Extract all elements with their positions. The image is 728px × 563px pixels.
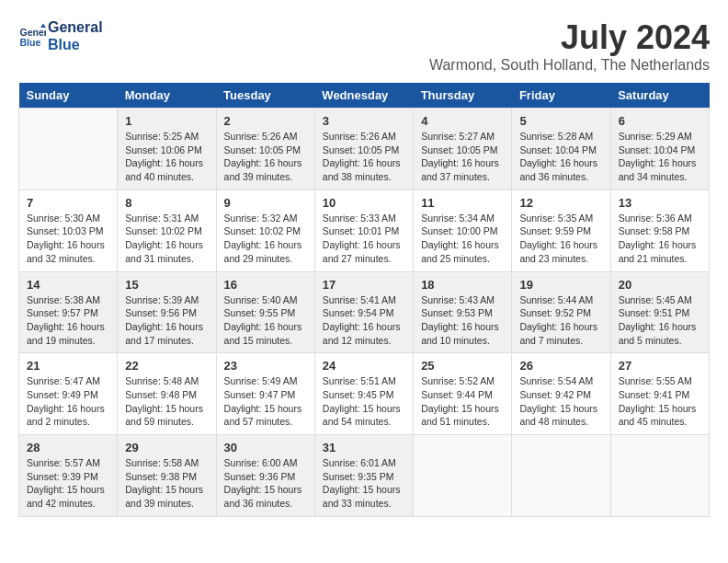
day-info: Sunrise: 5:31 AM Sunset: 10:02 PM Daylig… xyxy=(125,212,208,266)
day-info: Sunrise: 6:00 AM Sunset: 9:36 PM Dayligh… xyxy=(224,456,307,511)
day-number: 24 xyxy=(323,359,405,373)
day-number: 16 xyxy=(224,278,307,292)
day-number: 4 xyxy=(421,114,504,128)
weekday-header-wednesday: Wednesday xyxy=(314,83,413,109)
calendar-cell xyxy=(414,435,512,517)
day-number: 25 xyxy=(421,359,504,373)
weekday-header-sunday: Sunday xyxy=(19,83,118,109)
calendar-cell: 22Sunrise: 5:48 AM Sunset: 9:48 PM Dayli… xyxy=(118,353,216,435)
calendar-cell: 26Sunrise: 5:54 AM Sunset: 9:42 PM Dayli… xyxy=(512,353,610,435)
day-info: Sunrise: 5:51 AM Sunset: 9:45 PM Dayligh… xyxy=(323,374,405,429)
svg-text:Blue: Blue xyxy=(20,37,41,48)
day-number: 7 xyxy=(27,196,109,210)
calendar-week-row: 21Sunrise: 5:47 AM Sunset: 9:49 PM Dayli… xyxy=(19,353,710,435)
calendar-cell: 3Sunrise: 5:26 AM Sunset: 10:05 PM Dayli… xyxy=(314,109,413,190)
title-section: July 2024 Warmond, South Holland, The Ne… xyxy=(429,18,710,74)
svg-marker-2 xyxy=(40,24,46,29)
day-info: Sunrise: 5:57 AM Sunset: 9:39 PM Dayligh… xyxy=(27,456,109,511)
day-number: 28 xyxy=(27,441,109,454)
day-number: 1 xyxy=(125,114,208,128)
calendar-cell: 13Sunrise: 5:36 AM Sunset: 9:58 PM Dayli… xyxy=(610,190,709,271)
day-info: Sunrise: 5:34 AM Sunset: 10:00 PM Daylig… xyxy=(421,212,504,266)
logo-line1: General xyxy=(48,18,103,36)
day-info: Sunrise: 5:32 AM Sunset: 10:02 PM Daylig… xyxy=(224,212,307,266)
day-info: Sunrise: 5:49 AM Sunset: 9:47 PM Dayligh… xyxy=(224,374,307,429)
day-number: 31 xyxy=(323,441,405,454)
calendar-cell xyxy=(512,435,610,517)
day-info: Sunrise: 5:45 AM Sunset: 9:51 PM Dayligh… xyxy=(619,293,701,348)
day-number: 5 xyxy=(519,114,602,128)
calendar-cell xyxy=(610,435,709,517)
calendar-cell: 8Sunrise: 5:31 AM Sunset: 10:02 PM Dayli… xyxy=(118,190,216,271)
day-number: 23 xyxy=(224,359,307,373)
day-info: Sunrise: 5:40 AM Sunset: 9:55 PM Dayligh… xyxy=(224,293,307,348)
weekday-header-thursday: Thursday xyxy=(414,83,512,109)
calendar-week-row: 14Sunrise: 5:38 AM Sunset: 9:57 PM Dayli… xyxy=(19,271,710,353)
logo: General Blue General Blue xyxy=(18,18,103,53)
day-number: 15 xyxy=(125,278,208,292)
weekday-header-tuesday: Tuesday xyxy=(216,83,314,109)
day-number: 8 xyxy=(125,196,208,210)
day-number: 3 xyxy=(323,114,405,128)
logo-icon: General Blue xyxy=(18,22,46,50)
calendar-week-row: 1Sunrise: 5:25 AM Sunset: 10:06 PM Dayli… xyxy=(19,109,710,190)
day-number: 22 xyxy=(125,359,208,373)
weekday-header-friday: Friday xyxy=(512,83,610,109)
day-info: Sunrise: 5:58 AM Sunset: 9:38 PM Dayligh… xyxy=(125,456,208,511)
day-info: Sunrise: 5:55 AM Sunset: 9:41 PM Dayligh… xyxy=(619,374,701,429)
calendar-cell: 28Sunrise: 5:57 AM Sunset: 9:39 PM Dayli… xyxy=(19,435,118,517)
calendar-cell: 20Sunrise: 5:45 AM Sunset: 9:51 PM Dayli… xyxy=(610,271,709,353)
calendar-cell: 18Sunrise: 5:43 AM Sunset: 9:53 PM Dayli… xyxy=(414,271,512,353)
day-number: 14 xyxy=(27,278,109,292)
header: General Blue General Blue July 2024 Warm… xyxy=(18,18,710,74)
calendar-cell: 4Sunrise: 5:27 AM Sunset: 10:05 PM Dayli… xyxy=(414,109,512,190)
calendar-cell: 21Sunrise: 5:47 AM Sunset: 9:49 PM Dayli… xyxy=(19,353,118,435)
day-info: Sunrise: 5:26 AM Sunset: 10:05 PM Daylig… xyxy=(323,130,405,184)
calendar-cell: 23Sunrise: 5:49 AM Sunset: 9:47 PM Dayli… xyxy=(216,353,314,435)
day-info: Sunrise: 5:30 AM Sunset: 10:03 PM Daylig… xyxy=(27,212,109,266)
calendar-cell: 24Sunrise: 5:51 AM Sunset: 9:45 PM Dayli… xyxy=(314,353,413,435)
calendar-cell: 1Sunrise: 5:25 AM Sunset: 10:06 PM Dayli… xyxy=(118,109,216,190)
day-info: Sunrise: 5:39 AM Sunset: 9:56 PM Dayligh… xyxy=(125,293,208,348)
calendar-cell: 11Sunrise: 5:34 AM Sunset: 10:00 PM Dayl… xyxy=(414,190,512,271)
calendar-cell: 2Sunrise: 5:26 AM Sunset: 10:05 PM Dayli… xyxy=(216,109,314,190)
calendar-cell: 16Sunrise: 5:40 AM Sunset: 9:55 PM Dayli… xyxy=(216,271,314,353)
calendar-week-row: 28Sunrise: 5:57 AM Sunset: 9:39 PM Dayli… xyxy=(19,435,710,517)
day-info: Sunrise: 5:52 AM Sunset: 9:44 PM Dayligh… xyxy=(421,374,504,429)
day-info: Sunrise: 5:29 AM Sunset: 10:04 PM Daylig… xyxy=(619,130,701,184)
day-info: Sunrise: 5:54 AM Sunset: 9:42 PM Dayligh… xyxy=(519,374,602,429)
calendar-cell: 29Sunrise: 5:58 AM Sunset: 9:38 PM Dayli… xyxy=(118,435,216,517)
day-number: 12 xyxy=(519,196,602,210)
day-info: Sunrise: 5:27 AM Sunset: 10:05 PM Daylig… xyxy=(421,130,504,184)
day-number: 6 xyxy=(619,114,701,128)
weekday-header-row: SundayMondayTuesdayWednesdayThursdayFrid… xyxy=(19,83,710,109)
day-number: 18 xyxy=(421,278,504,292)
day-info: Sunrise: 5:35 AM Sunset: 9:59 PM Dayligh… xyxy=(519,212,602,266)
calendar-cell: 17Sunrise: 5:41 AM Sunset: 9:54 PM Dayli… xyxy=(314,271,413,353)
day-number: 9 xyxy=(224,196,307,210)
calendar-cell: 10Sunrise: 5:33 AM Sunset: 10:01 PM Dayl… xyxy=(314,190,413,271)
day-number: 26 xyxy=(519,359,602,373)
calendar-week-row: 7Sunrise: 5:30 AM Sunset: 10:03 PM Dayli… xyxy=(19,190,710,271)
day-info: Sunrise: 5:44 AM Sunset: 9:52 PM Dayligh… xyxy=(519,293,602,348)
calendar-cell: 27Sunrise: 5:55 AM Sunset: 9:41 PM Dayli… xyxy=(610,353,709,435)
day-info: Sunrise: 5:28 AM Sunset: 10:04 PM Daylig… xyxy=(519,130,602,184)
calendar-cell: 12Sunrise: 5:35 AM Sunset: 9:59 PM Dayli… xyxy=(512,190,610,271)
calendar-cell: 15Sunrise: 5:39 AM Sunset: 9:56 PM Dayli… xyxy=(118,271,216,353)
day-number: 21 xyxy=(27,359,109,373)
day-info: Sunrise: 5:41 AM Sunset: 9:54 PM Dayligh… xyxy=(323,293,405,348)
day-info: Sunrise: 5:33 AM Sunset: 10:01 PM Daylig… xyxy=(323,212,405,266)
calendar-table: SundayMondayTuesdayWednesdayThursdayFrid… xyxy=(18,83,710,517)
calendar-cell: 25Sunrise: 5:52 AM Sunset: 9:44 PM Dayli… xyxy=(414,353,512,435)
day-number: 2 xyxy=(224,114,307,128)
day-number: 29 xyxy=(125,441,208,454)
day-number: 10 xyxy=(323,196,405,210)
day-info: Sunrise: 5:48 AM Sunset: 9:48 PM Dayligh… xyxy=(125,374,208,429)
day-number: 30 xyxy=(224,441,307,454)
weekday-header-saturday: Saturday xyxy=(610,83,709,109)
day-info: Sunrise: 5:36 AM Sunset: 9:58 PM Dayligh… xyxy=(619,212,701,266)
day-info: Sunrise: 5:43 AM Sunset: 9:53 PM Dayligh… xyxy=(421,293,504,348)
calendar-cell: 30Sunrise: 6:00 AM Sunset: 9:36 PM Dayli… xyxy=(216,435,314,517)
day-info: Sunrise: 5:25 AM Sunset: 10:06 PM Daylig… xyxy=(125,130,208,184)
calendar-cell: 9Sunrise: 5:32 AM Sunset: 10:02 PM Dayli… xyxy=(216,190,314,271)
